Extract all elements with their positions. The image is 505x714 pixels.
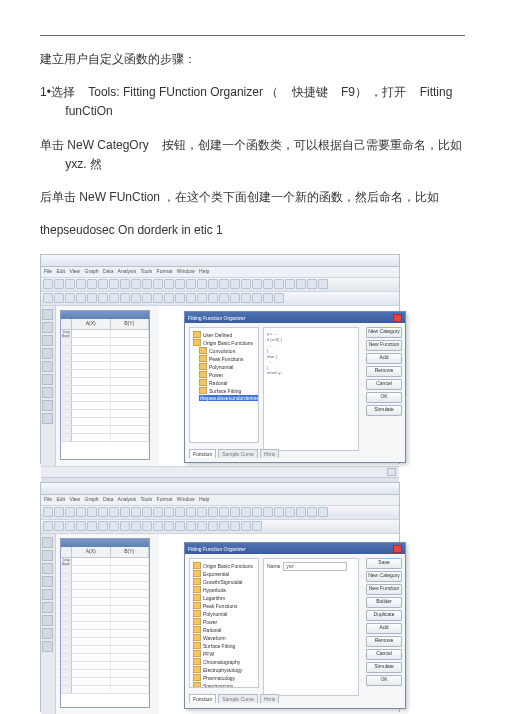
toolbar-button[interactable] (131, 507, 141, 517)
worksheet-titlebar[interactable] (61, 539, 149, 547)
toolbar-button[interactable] (54, 507, 64, 517)
toolbar-button[interactable] (65, 507, 75, 517)
toolbar-button[interactable] (252, 507, 262, 517)
toolbar-button[interactable] (109, 521, 119, 531)
toolbar-button[interactable] (186, 279, 196, 289)
toolbar-button[interactable] (43, 507, 53, 517)
toolbar-button[interactable] (274, 279, 284, 289)
toolbar-button[interactable] (285, 507, 295, 517)
toolbar-button[interactable] (318, 507, 328, 517)
toolbar-button[interactable] (164, 293, 174, 303)
toolbar-button[interactable] (153, 279, 163, 289)
tree-item[interactable]: Polynomial (203, 611, 227, 617)
menu-item[interactable]: Analysis (118, 268, 137, 274)
tree-item[interactable]: Chromatography (203, 659, 240, 665)
menu-item[interactable]: View (69, 496, 80, 502)
menu-item[interactable]: Analysis (118, 496, 137, 502)
col-header-a[interactable]: A(X) (72, 547, 111, 557)
toolbar-button[interactable] (219, 521, 229, 531)
tree-item-selected[interactable]: thepseudosecondorderkinetic1 (199, 395, 259, 401)
toolbar-button[interactable] (230, 293, 240, 303)
toolbar-button[interactable] (142, 293, 152, 303)
tree-item[interactable]: User Defined (203, 332, 232, 338)
ffo-ok-button[interactable]: OK (366, 675, 402, 686)
toolbar-button[interactable] (263, 293, 273, 303)
menu-item[interactable]: Data (103, 268, 114, 274)
toolbar-button[interactable] (43, 293, 53, 303)
ffo-simulate-button[interactable]: Simulate (366, 405, 402, 416)
toolbar-button[interactable] (285, 279, 295, 289)
ffo-new-function-button[interactable]: New Function (366, 584, 402, 595)
toolbar-button[interactable] (54, 521, 64, 531)
toolbar-button[interactable] (208, 279, 218, 289)
tool-icon[interactable] (42, 309, 53, 320)
tree-item[interactable]: Spectroscopy (203, 683, 233, 689)
menu-item[interactable]: Graph (85, 268, 99, 274)
toolbar-button[interactable] (131, 279, 141, 289)
toolbar-button[interactable] (164, 507, 174, 517)
toolbar-button[interactable] (197, 293, 207, 303)
toolbar-button[interactable] (230, 279, 240, 289)
toolbar-button[interactable] (54, 279, 64, 289)
menu-item[interactable]: Data (103, 496, 114, 502)
col-header-b[interactable]: B(Y) (111, 547, 150, 557)
toolbar-button[interactable] (252, 293, 262, 303)
toolbar-button[interactable] (131, 293, 141, 303)
tree-item[interactable]: Exponential (203, 571, 229, 577)
toolbar-button[interactable] (109, 279, 119, 289)
toolbar-button[interactable] (296, 507, 306, 517)
ffo-builder-button[interactable]: Builder (366, 597, 402, 608)
toolbar-button[interactable] (87, 521, 97, 531)
toolbar-button[interactable] (197, 279, 207, 289)
toolbar-button[interactable] (142, 507, 152, 517)
toolbar-button[interactable] (43, 279, 53, 289)
ffo-cancel-button[interactable]: Cancel (366, 649, 402, 660)
tree-item[interactable]: Origin Basic Functions (203, 563, 253, 569)
worksheet-titlebar[interactable] (61, 311, 149, 319)
tool-icon[interactable] (42, 576, 53, 587)
toolbar-button[interactable] (219, 279, 229, 289)
ffo-tab-hints[interactable]: Hints (260, 694, 279, 703)
toolbar-button[interactable] (230, 521, 240, 531)
tree-item[interactable]: Logarithm (203, 595, 225, 601)
toolbar-button[interactable] (153, 507, 163, 517)
ffo-titlebar[interactable]: Fitting Function Organizer (185, 543, 405, 554)
ffo-add-button[interactable]: Add (366, 353, 402, 364)
toolbar-button[interactable] (241, 293, 251, 303)
menu-item[interactable]: Tools (141, 496, 153, 502)
tree-item[interactable]: Hyperbola (203, 587, 226, 593)
tool-icon[interactable] (42, 550, 53, 561)
tool-icon[interactable] (42, 413, 53, 424)
ffo-remove-button[interactable]: Remove (366, 636, 402, 647)
tree-item[interactable]: Peak Functions (203, 603, 237, 609)
toolbar-button[interactable] (318, 279, 328, 289)
col-header-b[interactable]: B(Y) (111, 319, 150, 329)
toolbar-button[interactable] (142, 279, 152, 289)
tool-icon[interactable] (42, 602, 53, 613)
tool-icon[interactable] (42, 374, 53, 385)
ffo-save-button[interactable]: Save (366, 558, 402, 569)
menu-item[interactable]: Graph (85, 496, 99, 502)
ffo-name-input[interactable]: yxz (283, 562, 347, 571)
toolbar-button[interactable] (241, 507, 251, 517)
col-header-a[interactable]: A(X) (72, 319, 111, 329)
ffo-dialog-2[interactable]: Fitting Function Organizer Origin Basic … (184, 542, 406, 709)
toolbar-button[interactable] (153, 521, 163, 531)
toolbar-button[interactable] (263, 279, 273, 289)
toolbar-button[interactable] (175, 279, 185, 289)
ffo-tree[interactable]: User Defined Origin Basic Functions Conv… (189, 327, 259, 443)
toolbar-button[interactable] (307, 507, 317, 517)
toolbar-button[interactable] (109, 293, 119, 303)
toolbar-button[interactable] (241, 279, 251, 289)
menu-item[interactable]: Edit (56, 268, 65, 274)
ffo-ok-button[interactable]: OK (366, 392, 402, 403)
tree-item[interactable]: PFW (203, 651, 214, 657)
toolbar-button[interactable] (208, 521, 218, 531)
tree-item[interactable]: Growth/Sigmoidal (203, 579, 242, 585)
toolbar-button[interactable] (307, 279, 317, 289)
toolbar-button[interactable] (208, 507, 218, 517)
toolbar-button[interactable] (43, 521, 53, 531)
toolbar-button[interactable] (76, 293, 86, 303)
tool-icon[interactable] (42, 589, 53, 600)
tree-item[interactable]: Rational (209, 380, 227, 386)
